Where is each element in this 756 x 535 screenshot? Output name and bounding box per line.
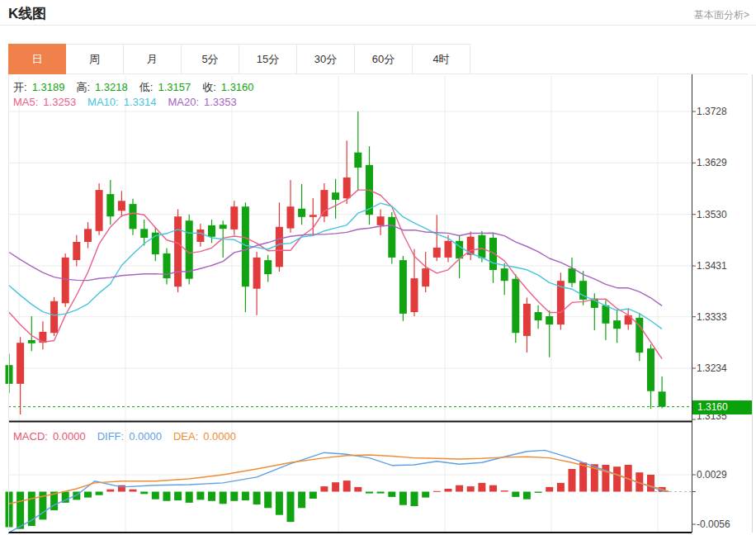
macd-axis-label: 0.0029 bbox=[697, 469, 727, 481]
ohlc-row-value-0: 1.3189 bbox=[32, 81, 65, 93]
ma-row-label-2: MA20: bbox=[168, 96, 199, 108]
ohlc-row-value-2: 1.3157 bbox=[158, 81, 191, 93]
ma-row-label-0: MA5: bbox=[13, 96, 38, 108]
tab-30min[interactable]: 30分 bbox=[297, 44, 355, 73]
macd-row-value-0: 0.0000 bbox=[53, 430, 86, 443]
macd-axis-label: -0.0056 bbox=[697, 518, 730, 530]
price-axis-label: 1.3333 bbox=[697, 311, 727, 323]
ohlc-row-label-2: 低: bbox=[139, 81, 154, 93]
kline-widget: K线图 基本面分析> 日周月5分15分30分60分4时 开:1.3189高:1.… bbox=[0, 0, 756, 535]
macd-row-label-2: DEA: bbox=[173, 430, 198, 443]
ma-row-value-2: 1.3353 bbox=[204, 96, 237, 108]
macd-row-label-1: DIFF: bbox=[97, 430, 125, 443]
tab-month[interactable]: 月 bbox=[124, 44, 182, 73]
macd-legend: MACD:0.0000DIFF:0.0000DEA:0.0000 bbox=[13, 430, 248, 443]
price-axis-label: 1.3530 bbox=[697, 209, 727, 220]
ma-legend: MA5:1.3253MA10:1.3314MA20:1.3353 bbox=[13, 96, 248, 108]
tab-15min[interactable]: 15分 bbox=[239, 44, 297, 73]
ohlc-row-value-3: 1.3160 bbox=[221, 81, 254, 93]
current-price-tag: 1.3160 bbox=[692, 400, 752, 414]
ma-row-label-1: MA10: bbox=[87, 96, 119, 108]
tab-week[interactable]: 周 bbox=[66, 44, 124, 73]
ohlc-legend: 开:1.3189高:1.3218低:1.3157收:1.3160 bbox=[13, 80, 266, 95]
macd-row-value-2: 0.0000 bbox=[203, 430, 236, 443]
interval-tabbar: 日周月5分15分30分60分4时 bbox=[8, 44, 470, 74]
tab-4hour[interactable]: 4时 bbox=[413, 44, 470, 73]
macd-row-value-1: 0.0000 bbox=[129, 430, 162, 443]
ohlc-row-label-1: 高: bbox=[76, 81, 90, 93]
ohlc-row-value-1: 1.3218 bbox=[95, 81, 128, 93]
price-axis-label: 1.3629 bbox=[697, 157, 727, 168]
macd-row-label-0: MACD: bbox=[13, 430, 48, 443]
tab-day[interactable]: 日 bbox=[8, 44, 66, 74]
ma-row-value-1: 1.3314 bbox=[124, 96, 157, 108]
ohlc-row-label-0: 开: bbox=[13, 81, 27, 93]
ma-row-value-0: 1.3253 bbox=[43, 96, 76, 108]
tab-60min[interactable]: 60分 bbox=[355, 44, 413, 73]
price-axis-label: 1.3431 bbox=[697, 260, 727, 272]
tab-5min[interactable]: 5分 bbox=[182, 44, 239, 73]
price-axis-label: 1.3728 bbox=[697, 106, 727, 117]
price-axis-label: 1.3234 bbox=[697, 362, 727, 374]
ohlc-row-label-3: 收: bbox=[202, 81, 216, 93]
